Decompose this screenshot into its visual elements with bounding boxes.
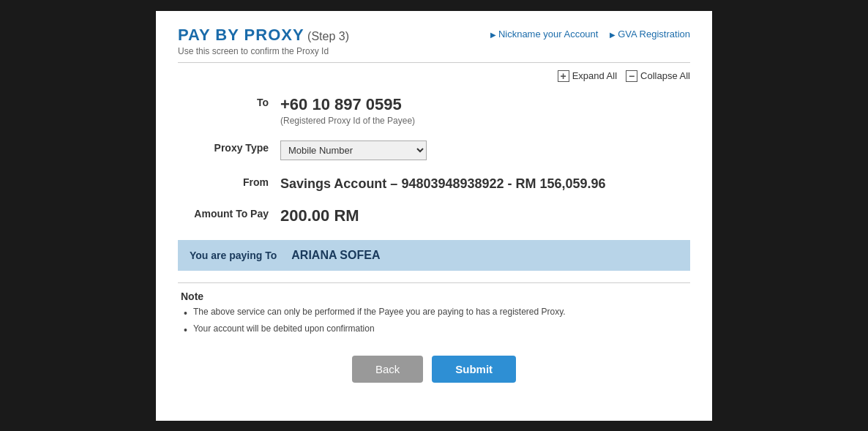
proxy-type-field-row: Proxy Type Mobile Number Email National … xyxy=(185,140,683,160)
gva-registration-link[interactable]: GVA Registration xyxy=(610,29,690,40)
to-label: To xyxy=(185,95,280,108)
proxy-type-label: Proxy Type xyxy=(185,140,280,154)
expand-all-label: Expand All xyxy=(572,70,617,81)
header: PAY BY PROXY (Step 3) Use this screen to… xyxy=(178,26,690,56)
form-area: To +60 10 897 0595 (Registered Proxy Id … xyxy=(178,95,690,225)
amount-label: Amount To Pay xyxy=(185,206,280,220)
paying-to-name: ARIANA SOFEA xyxy=(291,249,380,262)
top-links: Nickname your Account GVA Registration xyxy=(490,29,690,40)
header-divider xyxy=(178,62,690,63)
phone-sub: (Registered Proxy Id of the Payee) xyxy=(280,116,415,126)
proxy-type-value[interactable]: Mobile Number Email National ID Business… xyxy=(280,140,427,160)
collapse-icon: − xyxy=(626,70,637,82)
amount-field-row: Amount To Pay 200.00 RM xyxy=(185,206,683,225)
page-title-text: PAY BY PROXY xyxy=(178,26,304,44)
expand-icon: + xyxy=(558,70,569,82)
expand-collapse-bar: + Expand All − Collapse All xyxy=(178,70,690,82)
to-value: +60 10 897 0595 (Registered Proxy Id of … xyxy=(280,95,415,126)
button-row: Back Submit xyxy=(178,356,690,383)
amount-value: 200.00 RM xyxy=(280,206,359,225)
note-divider xyxy=(178,282,690,283)
collapse-all-label: Collapse All xyxy=(640,70,690,81)
step-label: (Step 3) xyxy=(307,30,349,42)
note-section: Note • The above service can only be per… xyxy=(178,291,690,338)
back-button[interactable]: Back xyxy=(352,356,423,383)
note-text-2: Your account will be debited upon confir… xyxy=(193,323,375,334)
submit-button[interactable]: Submit xyxy=(432,356,516,383)
note-item-1: • The above service can only be performe… xyxy=(181,307,687,321)
from-field-row: From Savings Account – 94803948938922 - … xyxy=(185,175,683,192)
paying-to-label: You are paying To xyxy=(190,250,277,261)
nickname-account-link[interactable]: Nickname your Account xyxy=(490,29,598,40)
to-field-row: To +60 10 897 0595 (Registered Proxy Id … xyxy=(185,95,683,126)
collapse-all-button[interactable]: − Collapse All xyxy=(626,70,690,82)
from-value: Savings Account – 94803948938922 - RM 15… xyxy=(280,175,606,192)
bullet-2: • xyxy=(184,323,187,338)
from-label: From xyxy=(185,175,280,188)
note-title: Note xyxy=(181,291,687,302)
bullet-1: • xyxy=(184,307,187,321)
expand-all-button[interactable]: + Expand All xyxy=(558,70,617,82)
main-window: PAY BY PROXY (Step 3) Use this screen to… xyxy=(156,11,712,421)
proxy-type-select[interactable]: Mobile Number Email National ID Business… xyxy=(280,140,427,160)
note-item-2: • Your account will be debited upon conf… xyxy=(181,323,687,338)
title-area: PAY BY PROXY (Step 3) Use this screen to… xyxy=(178,26,349,56)
subtitle: Use this screen to confirm the Proxy Id xyxy=(178,46,349,56)
phone-number: +60 10 897 0595 xyxy=(280,95,415,114)
page-title: PAY BY PROXY (Step 3) xyxy=(178,26,349,45)
paying-to-bar: You are paying To ARIANA SOFEA xyxy=(178,240,690,271)
note-text-1: The above service can only be performed … xyxy=(193,307,566,317)
